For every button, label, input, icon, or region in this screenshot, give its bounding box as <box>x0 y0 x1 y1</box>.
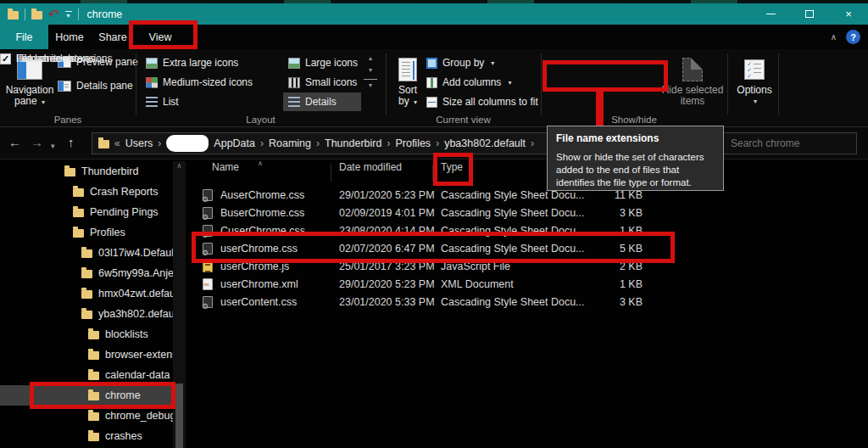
tab-share[interactable]: Share <box>91 25 135 49</box>
details-pane-button[interactable]: Details pane <box>58 76 133 95</box>
file-row[interactable]: AuserChrome.css 29/01/2020 5:23 PM Casca… <box>188 187 868 204</box>
tree-item[interactable]: 03l17iw4.Default <box>0 243 173 263</box>
tree-item-label: blocklists <box>105 328 148 340</box>
column-header-name[interactable]: Name <box>212 161 239 185</box>
tree-item[interactable]: Profiles <box>0 222 173 243</box>
file-row[interactable]: userChrome.css 02/07/2020 6:47 PM Cascad… <box>188 240 868 258</box>
column-header-type[interactable]: Type <box>441 161 463 185</box>
breadcrumb-separator[interactable]: › <box>387 137 390 149</box>
layout-gallery-scrollbar[interactable]: ▴ ▾ ▾ <box>364 53 377 92</box>
help-icon[interactable]: ? <box>846 30 860 44</box>
tree-item[interactable]: browser-extens <box>0 344 173 365</box>
tree-item[interactable]: hmx04zwt.defau <box>0 283 173 304</box>
scrollbar-thumb[interactable] <box>175 384 183 448</box>
breadcrumb-separator[interactable]: › <box>436 137 439 149</box>
breadcrumb-item[interactable]: Profiles <box>395 137 431 149</box>
close-button[interactable]: × <box>829 3 868 25</box>
file-type-icon <box>203 296 213 308</box>
tree-item[interactable]: chrome_debug <box>0 406 173 426</box>
breadcrumb-separator[interactable]: › <box>531 137 534 149</box>
customize-toolbar-icon[interactable]: ▾ <box>65 11 72 18</box>
folder-icon <box>88 331 99 339</box>
folder-icon <box>81 270 92 278</box>
tree-item[interactable]: Thunderbird <box>0 161 173 182</box>
tab-view[interactable]: View <box>135 25 186 49</box>
folder-icon <box>81 290 92 299</box>
chevron-down-icon: ▾ <box>754 96 757 107</box>
tree-item-label: 03l17iw4.Default <box>98 247 173 259</box>
ribbon-tabs-row: File Home Share View ∧ ? <box>0 25 868 49</box>
file-row[interactable]: userChrome.xml 29/01/2020 5:23 PM XML Do… <box>188 276 868 294</box>
breadcrumb-separator[interactable]: › <box>158 137 161 149</box>
tree-item[interactable]: Pending Pings <box>0 202 173 222</box>
column-divider[interactable] <box>432 165 433 182</box>
toolbar-separator <box>25 8 25 20</box>
collapse-ribbon-icon[interactable]: ∧ <box>831 32 837 42</box>
size-all-columns-button[interactable]: Size all columns to fit <box>426 92 538 111</box>
column-header-date-modified[interactable]: Date modified <box>339 161 402 185</box>
medium-icons-button[interactable]: Medium-sized icons <box>146 73 253 92</box>
tree-item[interactable]: 6w5my99a.Anje0 <box>0 263 173 283</box>
options-button[interactable]: Options ▾ <box>731 51 778 107</box>
tree-item[interactable]: Crash Reports <box>0 182 173 202</box>
checkbox-icon[interactable]: ✓ <box>0 53 11 64</box>
show-hide-checkbox[interactable]: ✓ Hidden items <box>0 49 75 68</box>
scroll-up-icon[interactable]: ∧ <box>173 161 186 171</box>
large-icons-button[interactable]: Large icons <box>288 53 358 72</box>
add-columns-icon <box>426 77 437 88</box>
add-columns-button[interactable]: Add columns ▾ <box>426 73 511 92</box>
folder-icon[interactable] <box>8 11 19 20</box>
recent-locations-icon[interactable]: ▾ <box>51 137 55 154</box>
tab-home[interactable]: Home <box>48 25 91 49</box>
forward-arrow-icon[interactable]: → <box>31 134 43 151</box>
tab-file[interactable]: File <box>0 25 48 49</box>
file-type-icon <box>203 225 213 237</box>
breadcrumb-separator[interactable]: › <box>260 137 264 149</box>
tree-item[interactable]: crashes <box>0 426 173 446</box>
list-view-button[interactable]: List <box>146 92 179 111</box>
tree-scrollbar[interactable]: ∧ <box>173 161 186 448</box>
breadcrumb-overflow-icon[interactable]: « <box>114 137 120 149</box>
breadcrumb-item[interactable]: AppData <box>214 137 255 149</box>
scroll-down-icon: ▾ <box>364 64 377 76</box>
undo-icon[interactable]: ↶ <box>48 9 59 20</box>
group-divider <box>136 53 136 115</box>
tree-item[interactable]: blocklists <box>0 324 173 344</box>
size-columns-icon <box>426 97 437 108</box>
search-input[interactable] <box>724 133 856 154</box>
tree-item[interactable]: yba3h802.defaul <box>0 304 173 324</box>
details-view-button[interactable]: Details <box>283 92 361 111</box>
chevron-down-icon: ▾ <box>42 98 45 106</box>
group-divider <box>778 53 779 115</box>
file-row[interactable]: CuserChrome.css 23/08/2020 4:14 PM Casca… <box>188 222 868 240</box>
breadcrumb-item[interactable]: Thunderbird <box>325 137 381 149</box>
folder-icon <box>81 311 92 319</box>
group-divider <box>727 53 728 115</box>
column-divider[interactable] <box>331 165 331 182</box>
file-size: 2 KB <box>553 260 643 272</box>
back-arrow-icon[interactable]: ← <box>8 134 21 151</box>
minimize-button[interactable] <box>751 3 790 25</box>
breadcrumb-item[interactable]: Users <box>125 137 153 149</box>
sort-by-button[interactable]: Sort by ▾ <box>391 51 425 108</box>
file-row[interactable]: userChrome.js 25/01/2017 3:23 PM JavaScr… <box>188 258 868 276</box>
small-icons-button[interactable]: Small icons <box>288 73 357 92</box>
maximize-button[interactable] <box>790 3 829 25</box>
breadcrumb-item[interactable]: Roaming <box>269 137 311 149</box>
extra-large-icons-button[interactable]: Extra large icons <box>146 53 238 72</box>
file-row[interactable]: BuserChrome.css 02/09/2019 4:01 PM Casca… <box>188 204 868 222</box>
folder-icon[interactable] <box>31 11 42 20</box>
search-box[interactable] <box>723 132 857 154</box>
hide-selected-items-button[interactable]: Hide selected items <box>660 51 725 107</box>
tree-item[interactable]: chrome <box>0 385 173 406</box>
breadcrumb-separator[interactable]: › <box>316 137 320 149</box>
breadcrumb-item[interactable]: yba3h802.default <box>444 137 526 149</box>
up-arrow-icon[interactable]: ↑ <box>68 134 75 151</box>
file-date-modified: 25/01/2017 3:23 PM <box>339 260 435 272</box>
tree-item[interactable]: calendar-data <box>0 365 173 385</box>
group-by-button[interactable]: Group by ▾ <box>426 53 494 72</box>
file-row[interactable]: userContent.css 23/01/2020 5:33 PM Casca… <box>188 294 868 311</box>
sort-by-icon <box>398 58 417 81</box>
main-content: Thunderbird Crash Reports Pending Pings … <box>0 160 868 448</box>
file-name: AuserChrome.css <box>220 189 304 201</box>
